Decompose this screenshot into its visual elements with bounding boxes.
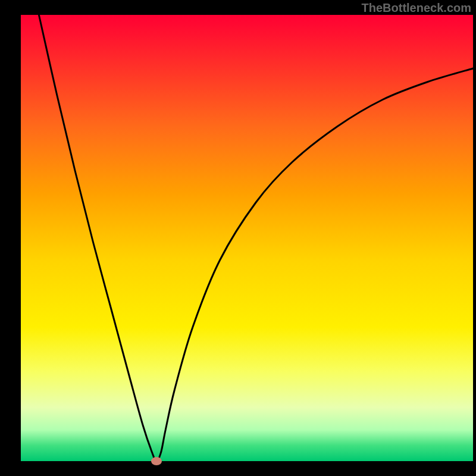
chart-container: TheBottleneck.com [0,0,476,476]
watermark-text: TheBottleneck.com [362,1,471,15]
optimal-point-marker [151,457,162,465]
bottleneck-chart [0,0,476,476]
gradient-background [21,15,473,461]
